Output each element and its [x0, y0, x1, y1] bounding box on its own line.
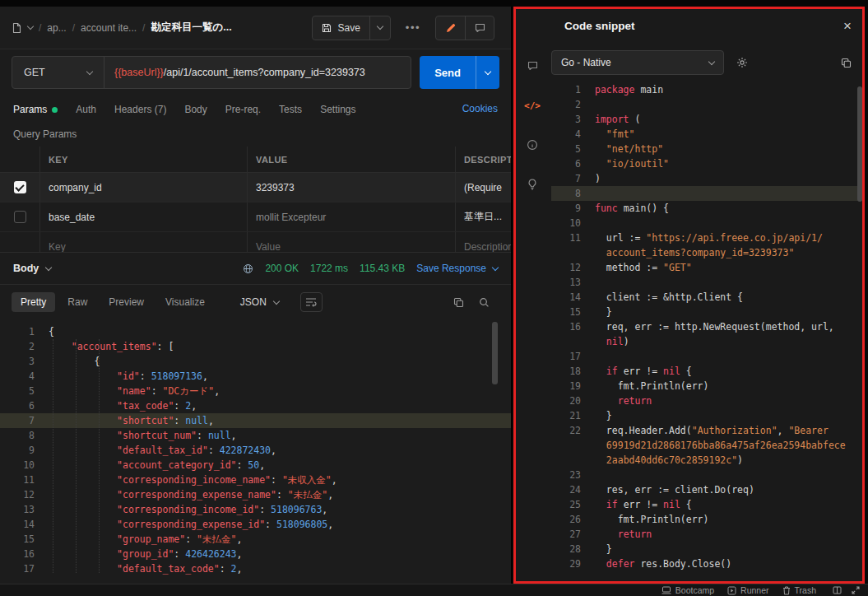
column-header-description[interactable]: DESCRIPTION: [455, 147, 511, 172]
code-line: 5 "name": "DCカード",: [0, 384, 511, 398]
save-response-button[interactable]: Save Response: [416, 263, 498, 274]
checkbox-unchecked[interactable]: [14, 211, 26, 223]
method-select[interactable]: GET: [12, 57, 104, 88]
snippet-scrollbar[interactable]: [857, 86, 862, 202]
response-body-select[interactable]: Body: [13, 263, 51, 274]
cookies-link[interactable]: Cookies: [462, 103, 498, 114]
more-options-button[interactable]: •••: [406, 21, 420, 34]
line-number: 29: [551, 556, 581, 571]
code-tab[interactable]: </>: [513, 86, 551, 125]
code-text: }: [581, 542, 612, 556]
table-row[interactable]: KeyValueDescription: [0, 232, 511, 252]
tab-body[interactable]: Body: [184, 104, 207, 115]
breadcrumb-item-collection[interactable]: account ite...: [81, 22, 137, 34]
snippet-code-editor[interactable]: 1package main23import (4 "fmt"5 "net/htt…: [551, 81, 865, 584]
param-key[interactable]: company_id: [39, 173, 247, 202]
line-number: 2: [551, 97, 581, 112]
table-row[interactable]: company_id3239373(Require: [0, 173, 511, 203]
edit-button[interactable]: [436, 16, 465, 40]
wrap-icon: [305, 297, 317, 307]
line-number: 6: [0, 398, 35, 413]
code-line: 3 {: [0, 354, 511, 369]
code-text: "id": 518097136,: [35, 369, 208, 384]
statusbar-runner[interactable]: Runner: [727, 585, 768, 595]
line-number: 4: [551, 127, 581, 142]
search-icon[interactable]: [479, 297, 490, 308]
column-header-key[interactable]: KEY: [39, 147, 247, 172]
windows-icon[interactable]: [833, 586, 842, 594]
param-description[interactable]: Description: [455, 232, 511, 252]
table-header-row: KEY VALUE DESCRIPTION: [0, 147, 511, 173]
info-tab[interactable]: [513, 125, 551, 165]
param-value[interactable]: 3239373: [247, 173, 455, 202]
view-tab-preview[interactable]: Preview: [100, 292, 153, 312]
line-number: 3: [551, 112, 581, 127]
url-input[interactable]: {{baseUrl}}/api/1/account_items?company_…: [104, 67, 411, 78]
tab-pre-request[interactable]: Pre-req.: [225, 104, 261, 115]
snippet-sidebar: </>: [513, 44, 551, 584]
param-value[interactable]: Value: [247, 232, 455, 252]
chevron-down-icon[interactable]: [27, 23, 34, 30]
code-line: 26 fmt.Println(err): [551, 512, 865, 527]
param-key[interactable]: Key: [39, 232, 247, 252]
checkbox-checked[interactable]: [14, 181, 26, 193]
save-button[interactable]: Save: [313, 16, 369, 40]
indent-guide: [53, 339, 53, 573]
close-icon[interactable]: ×: [843, 19, 852, 33]
tab-auth[interactable]: Auth: [76, 104, 96, 115]
line-number: 23: [551, 468, 581, 482]
code-line: 1{: [0, 324, 511, 339]
snippet-copy-button[interactable]: [841, 58, 852, 68]
code-text: url := "https://api.freee.co.jp/api/1/: [581, 230, 823, 245]
format-select[interactable]: JSON: [240, 296, 279, 308]
comments-tab[interactable]: [513, 46, 551, 86]
snippet-settings-button[interactable]: [736, 57, 748, 68]
code-text: "name": "DCカード",: [35, 384, 220, 398]
statusbar-trash[interactable]: Trash: [782, 585, 816, 595]
tab-tests[interactable]: Tests: [279, 104, 302, 115]
save-options-button[interactable]: [369, 16, 390, 40]
param-description[interactable]: 基準日...: [455, 203, 511, 231]
param-value[interactable]: mollit Excepteur: [247, 203, 455, 231]
code-line: 14 client := &http.Client {: [551, 290, 865, 305]
network-globe-icon[interactable]: [243, 263, 253, 274]
request-doc-icon[interactable]: [12, 22, 22, 34]
expand-icon[interactable]: [852, 586, 860, 594]
send-options-button[interactable]: [476, 56, 499, 89]
send-button[interactable]: Send: [420, 56, 476, 89]
code-line: 9 "default_tax_id": 422872430,: [0, 443, 511, 458]
response-size[interactable]: 115.43 KB: [360, 263, 405, 274]
comments-button[interactable]: [465, 16, 494, 40]
postman-app: / ap... / account ite... / 勘定科目一覧の... Sa…: [0, 0, 868, 596]
line-number: 14: [551, 290, 581, 305]
wrap-text-button[interactable]: [300, 292, 323, 312]
tab-settings[interactable]: Settings: [320, 104, 355, 115]
chevron-down-icon: [45, 263, 52, 270]
pondering-tab[interactable]: [513, 165, 551, 204]
line-number: 26: [551, 512, 581, 527]
code-line: 19 fmt.Println(err): [551, 379, 865, 393]
snippet-header: Code snippet ×: [513, 7, 865, 44]
param-key[interactable]: base_date: [39, 203, 247, 231]
view-tab-raw[interactable]: Raw: [58, 292, 96, 312]
code-line: 17 "default_tax_code": 2,: [0, 561, 511, 576]
copy-icon[interactable]: [453, 297, 464, 308]
code-line: 2: [551, 97, 865, 112]
snippet-body: </> Go - Native 1package main23imp: [513, 44, 865, 584]
response-body-editor[interactable]: 1{2 "account_items": [3 {4 "id": 5180971…: [0, 319, 511, 584]
response-scrollbar[interactable]: [492, 322, 498, 384]
table-row[interactable]: base_datemollit Excepteur基準日...: [0, 203, 511, 232]
breadcrumb-item-workspace[interactable]: ap...: [47, 22, 66, 34]
response-time[interactable]: 1722 ms: [310, 263, 348, 274]
view-tab-visualize[interactable]: Visualize: [156, 292, 214, 312]
breadcrumb-item-request[interactable]: 勘定科目一覧の...: [151, 21, 231, 35]
statusbar-bootcamp[interactable]: Bootcamp: [661, 585, 714, 595]
column-header-value[interactable]: VALUE: [247, 147, 455, 172]
language-select[interactable]: Go - Native: [551, 50, 724, 75]
tab-headers[interactable]: Headers (7): [114, 104, 166, 115]
tab-params[interactable]: Params: [13, 104, 58, 115]
view-tab-pretty[interactable]: Pretty: [12, 292, 55, 312]
chevron-down-icon: [86, 68, 93, 74]
param-description[interactable]: (Require: [455, 173, 511, 202]
status-badge[interactable]: 200 OK: [265, 263, 299, 274]
